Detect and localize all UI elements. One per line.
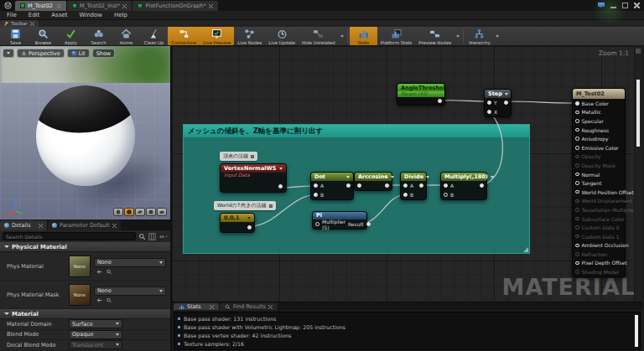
use-selected-arrow-icon[interactable] [96,297,102,303]
blend-mode-dropdown[interactable]: Opaque [69,330,122,339]
hierarchy-button[interactable]: Hierarchy [465,27,494,45]
pin-tangent[interactable] [575,181,579,185]
tab-parameter-default[interactable]: Parameter Default [48,220,121,230]
pin-metallic[interactable] [575,111,579,115]
close-icon[interactable] [39,224,43,228]
menu-help[interactable]: Help [114,12,127,18]
connectors-button[interactable]: Connectors [168,27,200,45]
node-arccosine[interactable]: Arccosine [354,172,392,191]
tab-details[interactable]: Details [0,220,47,230]
preview-viewport[interactable]: Perspective Lit Show [0,46,170,219]
live-update-button[interactable]: Live Update [265,27,299,45]
node-divide[interactable]: Divide A B [400,172,427,200]
sphere-shape-button[interactable] [124,208,134,216]
close-icon[interactable] [268,305,273,309]
close-icon[interactable] [112,224,117,228]
tab-find-results[interactable]: Find Results [220,303,278,310]
input-pin-x[interactable] [487,110,491,114]
node-angle-threshold[interactable]: AngleThreshold Param (45) [397,83,445,106]
view-options-eye-icon[interactable] [158,233,168,240]
palette-icon[interactable] [636,49,641,54]
browse-to-asset-icon[interactable] [106,297,112,303]
close-icon[interactable] [57,4,61,8]
close-icon[interactable] [30,22,34,26]
log-scrollbar-thumb[interactable] [635,315,638,347]
node-dot[interactable]: Dot A B [310,172,354,200]
pin-pixel-depth-offset[interactable] [575,261,579,266]
viewport-options-button[interactable] [3,49,14,58]
home-button[interactable]: Home [112,27,140,45]
mesh-shape-button[interactable] [157,208,167,216]
column-settings-icon[interactable] [148,233,156,240]
pin-normal[interactable] [575,173,579,177]
search-button[interactable]: Search [85,27,112,45]
input-pin-y[interactable] [487,101,491,105]
browse-button[interactable]: Browse [29,27,57,45]
pin-base-color[interactable] [575,101,579,106]
input-pin-a[interactable] [403,183,408,188]
output-pin[interactable] [419,183,423,188]
toolbar-tab[interactable]: Toolbar [0,20,39,27]
input-pin[interactable] [357,183,361,188]
filter-icon[interactable] [138,233,146,240]
menu-file[interactable]: File [7,12,17,18]
hide-unrelated-button[interactable]: Hide Unrelated [299,27,339,45]
comment-resize-handle[interactable] [523,247,528,252]
plane-shape-button[interactable] [135,208,145,216]
apply-button[interactable]: Apply [57,27,85,45]
chevron-down-icon[interactable] [340,35,344,38]
pin-world-position-offset[interactable] [575,190,579,194]
section-physical-material[interactable]: Physical Material [0,242,170,252]
input-pin-b[interactable] [314,193,318,197]
output-pin[interactable] [504,101,508,105]
node-material-output[interactable]: M_Test02 Base Color Metallic Specular Ro… [572,88,626,277]
output-pin[interactable] [438,99,442,103]
stats-button[interactable]: Stats [350,27,377,45]
tab-m-test02-inst[interactable]: M_Test02_Inst* [67,1,132,11]
chevron-down-icon[interactable] [456,35,460,38]
show-button[interactable]: Show [92,49,116,58]
close-window-button[interactable] [634,3,640,8]
use-selected-arrow-icon[interactable] [96,269,102,275]
pin-anisotropy[interactable] [575,137,579,141]
pin-specular[interactable] [575,119,579,123]
cylinder-shape-button[interactable] [113,208,123,216]
node-pi[interactable]: Pi Multiplier (S)Result [312,211,367,230]
input-pin-a[interactable] [444,183,448,188]
comment-bubble-vertex-normal[interactable]: 頂点の法線 [220,152,257,161]
output-pin[interactable] [480,183,484,188]
lit-button[interactable]: Lit [67,49,90,58]
pin-ambient-occlusion[interactable] [575,244,579,248]
output-pin[interactable] [278,184,283,188]
menu-window[interactable]: Window [79,12,102,18]
platform-stats-button[interactable]: Platform Stats [377,27,416,45]
phys-material-dropdown[interactable]: None [94,258,166,267]
live-nodes-button[interactable]: Live Nodes [234,27,265,45]
node-multiply-180[interactable]: Multiply(,180) A B [440,172,487,200]
input-pin-b[interactable] [403,193,408,197]
menu-edit[interactable]: Edit [29,12,40,18]
phys-material-thumbnail[interactable]: None [69,256,91,277]
tab-m-test02[interactable]: M_Test02 [15,1,67,11]
material-graph-canvas[interactable]: MATERIAL メッシュの傾斜を、Z軸を基準に割り出す [172,46,642,302]
input-pin-multiplier[interactable] [315,222,319,226]
phys-material-mask-dropdown[interactable]: None [94,286,166,296]
output-pin[interactable] [385,183,389,188]
search-details-input[interactable] [3,232,136,240]
preview-nodes-button[interactable]: Preview Nodes [415,27,454,45]
graph-scrollbar-thumb[interactable] [636,80,640,147]
pin-roughness[interactable] [575,128,579,132]
phys-material-mask-thumbnail[interactable]: None [69,284,91,306]
clean-up-button[interactable]: Clean Up [140,27,168,45]
perspective-button[interactable]: Perspective [17,49,65,58]
output-pin-result[interactable] [366,222,371,226]
node-step[interactable]: Step Y X [484,89,512,117]
section-material[interactable]: Material [0,309,170,319]
live-preview-button[interactable]: Live Preview [200,27,234,45]
close-icon[interactable] [209,4,213,8]
input-pin-a[interactable] [314,183,318,188]
tab-plotfunctionongraph[interactable]: PlotFunctionOnGraph* [132,1,218,11]
maximize-button[interactable] [622,3,628,8]
menu-asset[interactable]: Asset [51,12,67,18]
cube-shape-button[interactable] [146,208,156,216]
